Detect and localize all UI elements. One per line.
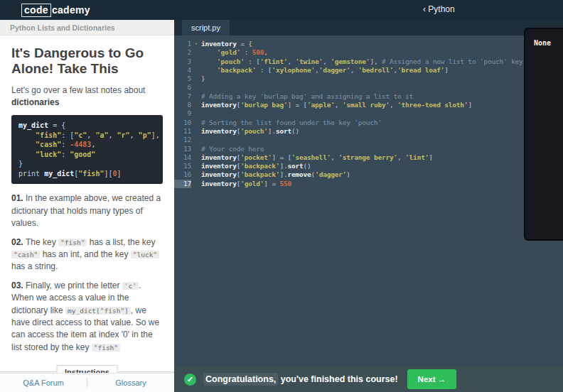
line-number: 14 xyxy=(174,153,191,162)
line-number: 3 xyxy=(174,58,191,66)
fold-spacer xyxy=(191,153,201,162)
code-text: # Sorting the list found under the key '… xyxy=(201,119,382,127)
code-line: 9 xyxy=(174,109,563,118)
console-output: None xyxy=(534,39,563,47)
code-text: my_dict = { xyxy=(18,121,65,129)
code-line: 16inventory['backpack'].remove('dagger') xyxy=(174,170,563,179)
code-text: "fish": ["c", "a", "r", "p"], xyxy=(18,131,160,139)
note-number: 02. xyxy=(11,237,26,247)
lesson-sidebar: Python Lists and Dictionaries It's Dange… xyxy=(0,20,174,392)
lesson-notes: 01. In the example above, we created a d… xyxy=(11,192,163,354)
code-text: inventory['backpack'].sort() xyxy=(201,162,311,170)
code-text: 'backpack' : ['xylophone','dagger', 'bed… xyxy=(201,66,449,75)
code-line: 8inventory['burlap bag'] = ['apple', 'sm… xyxy=(174,101,563,109)
code-line: 4 'backpack' : ['xylophone','dagger', 'b… xyxy=(174,66,563,75)
code-text: } xyxy=(201,75,205,83)
logo-cademy-text: cademy xyxy=(52,4,90,16)
sidebar-footer: Q&A Forum Glossary xyxy=(0,373,174,392)
lesson-intro: Let's go over a few last notes about dic… xyxy=(11,85,163,109)
line-number: 17 xyxy=(174,180,191,188)
code-line: 3 'pouch' : ['flint', 'twine', 'gemstone… xyxy=(174,58,563,66)
line-number: 12 xyxy=(174,136,191,144)
code-text: inventory['burlap bag'] = ['apple', 'sma… xyxy=(201,101,472,109)
success-check-icon: ✓ xyxy=(184,374,196,386)
fold-spacer xyxy=(191,66,201,75)
note-item: 01. In the example above, we created a d… xyxy=(11,192,163,229)
code-text: # Your code here xyxy=(201,145,264,153)
code-line: 10# Sorting the list found under the key… xyxy=(174,119,563,127)
line-number: 8 xyxy=(174,101,191,109)
code-text: print my_dict["fish"][0] xyxy=(18,170,122,178)
inline-code-chip: "fish" xyxy=(58,239,87,246)
code-text: 'gold' : 500, xyxy=(201,48,268,57)
lesson-content: It's Dangerous to Go Alone! Take This Le… xyxy=(0,36,174,360)
code-line: 6 xyxy=(174,83,563,92)
code-line: 1▾inventory = { xyxy=(174,40,563,48)
code-text: inventory['pocket'] = ['seashell', 'stra… xyxy=(201,153,433,162)
top-header: codecademy ‹ Python xyxy=(0,0,563,20)
fold-spacer xyxy=(191,127,201,136)
fold-spacer xyxy=(191,170,201,179)
note-item: 03. Finally, we print the letter 'c'. Wh… xyxy=(11,280,163,354)
fold-spacer xyxy=(191,75,201,83)
fold-spacer xyxy=(191,162,201,170)
codecademy-logo[interactable]: codecademy xyxy=(21,4,90,17)
line-number: 1 xyxy=(174,40,191,48)
code-text: "luck": "good" xyxy=(18,151,95,158)
code-line: 2 'gold' : 500, xyxy=(174,48,563,57)
code-text: # Adding a key 'burlap bag' and assignin… xyxy=(201,92,413,101)
glossary-link[interactable]: Glossary xyxy=(87,379,174,387)
fold-spacer xyxy=(191,136,201,144)
line-number: 5 xyxy=(174,75,191,83)
fold-spacer xyxy=(191,119,201,127)
code-line: print my_dict["fish"][0] xyxy=(18,169,156,179)
next-button[interactable]: Next → xyxy=(407,369,457,389)
fold-caret-icon[interactable]: ▾ xyxy=(191,40,201,48)
fold-spacer xyxy=(191,58,201,66)
code-editor[interactable]: 1▾inventory = {2 'gold' : 500,3 'pouch' … xyxy=(174,36,563,366)
lesson-title: It's Dangerous to Go Alone! Take This xyxy=(11,45,163,77)
tab-script-py[interactable]: script.py xyxy=(182,20,230,36)
breadcrumb: Python Lists and Dictionaries xyxy=(0,20,174,36)
inline-code-chip: "fish" xyxy=(92,344,120,352)
inline-code-chip: "cash" xyxy=(11,251,40,258)
fold-spacer xyxy=(191,83,201,92)
code-text: inventory['pouch'].sort() xyxy=(201,127,299,136)
line-number: 9 xyxy=(174,109,191,118)
line-number: 13 xyxy=(174,145,191,153)
logo-code-box: code xyxy=(21,4,51,17)
note-number: 03. xyxy=(11,281,26,290)
note-number: 01. xyxy=(11,193,26,203)
example-code-block: my_dict = { "fish": ["c", "a", "r", "p"]… xyxy=(11,115,163,184)
editor-tab-bar: script.py xyxy=(174,20,563,36)
line-number: 16 xyxy=(174,170,191,179)
fold-spacer xyxy=(191,109,201,118)
code-line: 14inventory['pocket'] = ['seashell', 'st… xyxy=(174,153,563,162)
codecademy-workspace: codecademy ‹ Python Python Lists and Dic… xyxy=(0,0,563,392)
code-line: "cash": -4483, xyxy=(18,140,156,150)
fold-spacer xyxy=(191,180,201,188)
fold-spacer xyxy=(191,92,201,101)
code-line: 11inventory['pouch'].sort() xyxy=(174,127,563,136)
status-message-highlight: Congratulations, xyxy=(203,373,278,386)
code-line: 17inventory['gold'] = 550 xyxy=(174,180,563,188)
status-bar: ✓ Congratulations, you've finished this … xyxy=(174,366,563,392)
code-line: 5} xyxy=(174,75,563,83)
code-line: "fish": ["c", "a", "r", "p"], xyxy=(18,131,156,141)
code-text: inventory = { xyxy=(201,40,252,48)
code-text: inventory['gold'] = 550 xyxy=(201,180,291,188)
fold-spacer xyxy=(191,48,201,57)
code-line: 13# Your code here xyxy=(174,145,563,153)
note-item: 02. The key "fish" has a list, the key "… xyxy=(11,236,163,273)
qa-forum-link[interactable]: Q&A Forum xyxy=(0,379,87,387)
code-text: inventory['backpack'].remove('dagger') xyxy=(201,170,350,179)
line-number: 2 xyxy=(174,48,191,57)
intro-text: Let's go over a few last notes about xyxy=(11,85,145,95)
line-number: 11 xyxy=(174,127,191,136)
code-line: my_dict = { xyxy=(18,121,156,131)
fold-spacer xyxy=(191,101,201,109)
inline-code-chip: "luck" xyxy=(131,251,159,258)
glossary-term: dictionaries xyxy=(11,97,59,107)
code-line: 12 xyxy=(174,136,563,144)
course-back-link[interactable]: ‹ Python xyxy=(423,4,455,14)
